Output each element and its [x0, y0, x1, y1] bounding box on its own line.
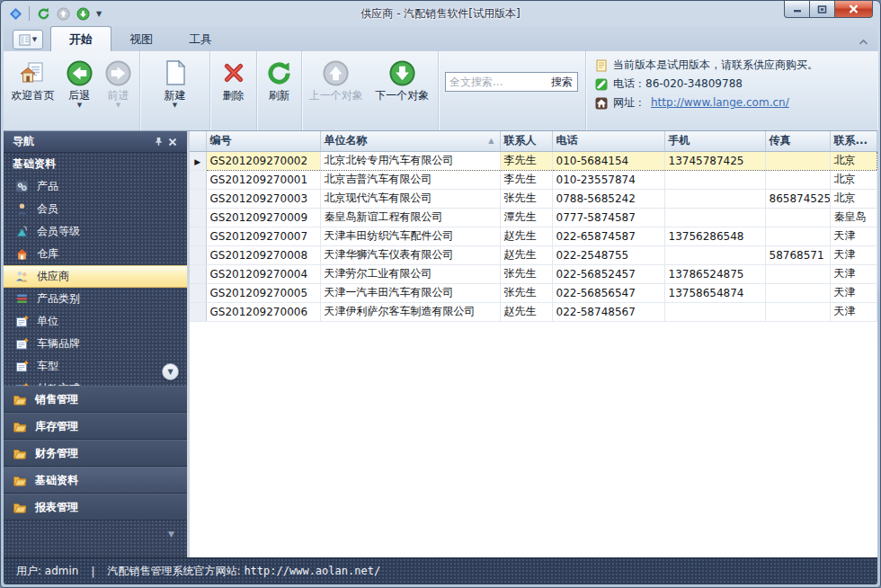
column-header-mobile[interactable]: 手机 [664, 131, 765, 151]
column-header-company[interactable]: 单位名称▲ [320, 131, 500, 151]
previous-object-button[interactable]: 上一个对象 [304, 54, 369, 115]
qat-previous-icon[interactable] [55, 5, 71, 22]
cell[interactable] [765, 208, 830, 227]
sidebar-item-supplier[interactable]: 供应商 [4, 265, 187, 288]
sidebar-item-warehouse[interactable]: 仓库 [4, 243, 187, 265]
cell[interactable]: 010-5684154 [552, 151, 664, 170]
cell[interactable]: 秦皇岛 [830, 208, 877, 227]
cell[interactable]: 秦皇岛新谊工程有限公司 [320, 208, 500, 227]
cell[interactable]: 13758654874 [664, 283, 765, 302]
cell[interactable]: 天津 [830, 227, 877, 245]
sidebar-item-member[interactable]: 会员 [4, 198, 187, 220]
table-row[interactable]: GS201209270003北京现代汽车有限公司张先生0788-56852428… [190, 189, 877, 208]
row-indicator[interactable] [190, 302, 206, 321]
collapse-ribbon-icon[interactable] [859, 32, 868, 49]
cell[interactable]: 022-2548755 [552, 245, 664, 264]
table-row[interactable]: ▶GS201209270002北京北铃专用汽车有限公司李先生010-568415… [190, 151, 877, 170]
cell[interactable] [664, 245, 765, 264]
restore-button[interactable] [809, 1, 835, 18]
row-indicator[interactable] [190, 283, 206, 302]
row-indicator[interactable] [190, 245, 206, 264]
cell[interactable]: 北京 [830, 189, 877, 208]
sidebar-item-category[interactable]: 产品类别 [4, 288, 187, 310]
cell[interactable] [765, 283, 830, 302]
section-basic-data[interactable]: 基础资料 [4, 467, 187, 494]
sidebar-item-member-level[interactable]: 会员等级 [4, 220, 187, 243]
row-indicator[interactable] [190, 170, 206, 189]
cell[interactable]: 天津丰田纺织汽车配件公司 [320, 227, 500, 245]
cell[interactable]: 张先生 [500, 189, 552, 208]
column-header-fax[interactable]: 传真 [765, 131, 830, 151]
section-inventory-management[interactable]: 库存管理 [4, 413, 187, 440]
cell[interactable]: GS201209270007 [206, 227, 320, 245]
cell[interactable]: 天津伊利萨尔客车制造有限公司 [320, 302, 500, 321]
table-row[interactable]: GS201209270001北京吉普汽车有限公司李先生010-23557874北… [190, 170, 877, 189]
section-sales-management[interactable]: 销售管理 [4, 386, 187, 413]
close-pane-icon[interactable] [165, 135, 180, 149]
cell[interactable]: 赵先生 [500, 245, 552, 264]
search-input[interactable] [446, 76, 549, 88]
qat-next-icon[interactable] [75, 5, 91, 22]
pin-icon[interactable] [151, 135, 165, 149]
cell[interactable]: 天津 [830, 302, 877, 321]
cell[interactable]: GS201209270002 [206, 151, 320, 170]
cell[interactable]: 0788-5685242 [552, 189, 664, 208]
cell[interactable]: 13756286548 [664, 227, 765, 245]
row-indicator[interactable] [190, 227, 206, 245]
table-row[interactable]: GS201209270004天津劳尔工业有限公司张先生022-568524571… [190, 264, 877, 283]
close-button[interactable] [834, 1, 873, 18]
row-indicator[interactable] [190, 189, 206, 208]
section-report-management[interactable]: 报表管理 [4, 494, 187, 521]
cell[interactable] [664, 189, 765, 208]
cell[interactable]: 天津一汽丰田汽车有限公司 [320, 283, 500, 302]
welcome-home-button[interactable]: 欢迎首页 [5, 54, 60, 115]
table-row[interactable]: GS201209270005天津一汽丰田汽车有限公司张先生022-5685654… [190, 283, 877, 302]
nav-scroll-down-button[interactable]: ▼ [162, 363, 179, 380]
qat-refresh-icon[interactable] [35, 5, 51, 22]
cell[interactable]: 张先生 [500, 283, 552, 302]
cell[interactable]: 022-56856547 [552, 283, 664, 302]
tab-view[interactable]: 视图 [111, 27, 171, 51]
cell[interactable]: GS201209270005 [206, 283, 320, 302]
row-indicator[interactable] [190, 208, 206, 227]
cell[interactable]: 13786524875 [664, 264, 765, 283]
cell[interactable]: 天津 [830, 245, 877, 264]
next-object-button[interactable]: 下一个对象 [369, 54, 436, 115]
cell[interactable]: 0777-5874587 [552, 208, 664, 227]
column-header-address[interactable]: 联系... [830, 131, 877, 151]
cell[interactable]: 北京 [830, 170, 877, 189]
tab-start[interactable]: 开始 [50, 26, 111, 51]
cell[interactable]: GS201209270009 [206, 208, 320, 227]
cell[interactable]: 赵先生 [500, 227, 552, 245]
sidebar-item-payment-method[interactable]: 付款方式 [4, 378, 187, 386]
table-row[interactable]: GS201209270009秦皇岛新谊工程有限公司潭先生0777-5874587… [190, 208, 877, 227]
cell[interactable] [765, 302, 830, 321]
search-button[interactable]: 搜索 [549, 75, 577, 90]
cell[interactable]: 022-58748567 [552, 302, 664, 321]
forward-button[interactable]: 前进 ▼ [99, 54, 138, 115]
nav-overflow-caret-icon[interactable]: ▼ [168, 530, 174, 539]
cell[interactable]: GS201209270008 [206, 245, 320, 264]
cell[interactable]: 北京 [830, 151, 877, 170]
application-menu-button[interactable]: ▼ [13, 30, 43, 49]
sidebar-item-vehicle-brand[interactable]: 车辆品牌 [4, 333, 187, 355]
new-button[interactable]: 新建 ▼ [150, 54, 200, 115]
row-indicator[interactable] [190, 264, 206, 283]
table-row[interactable]: GS201209270008天津华狮汽车仪表有限公司赵先生022-2548755… [190, 245, 877, 264]
cell[interactable] [765, 264, 830, 283]
cell[interactable]: 58768571 [765, 245, 830, 264]
cell[interactable]: 天津劳尔工业有限公司 [320, 264, 500, 283]
cell[interactable]: 865874525 [765, 189, 830, 208]
row-indicator[interactable]: ▶ [190, 151, 206, 170]
cell[interactable] [664, 170, 765, 189]
tab-tools[interactable]: 工具 [171, 27, 230, 51]
section-finance-management[interactable]: 财务管理 [4, 440, 187, 467]
sidebar-item-vehicle-model[interactable]: 车型 [4, 355, 187, 378]
back-button[interactable]: 后退 ▼ [60, 54, 99, 115]
app-logo-icon[interactable] [7, 5, 23, 22]
cell[interactable]: 天津华狮汽车仪表有限公司 [320, 245, 500, 264]
sidebar-item-product[interactable]: 产品 [4, 175, 187, 198]
cell[interactable]: 022-56852457 [552, 264, 664, 283]
cell[interactable]: GS201209270001 [206, 170, 320, 189]
cell[interactable]: 北京北铃专用汽车有限公司 [320, 151, 500, 170]
